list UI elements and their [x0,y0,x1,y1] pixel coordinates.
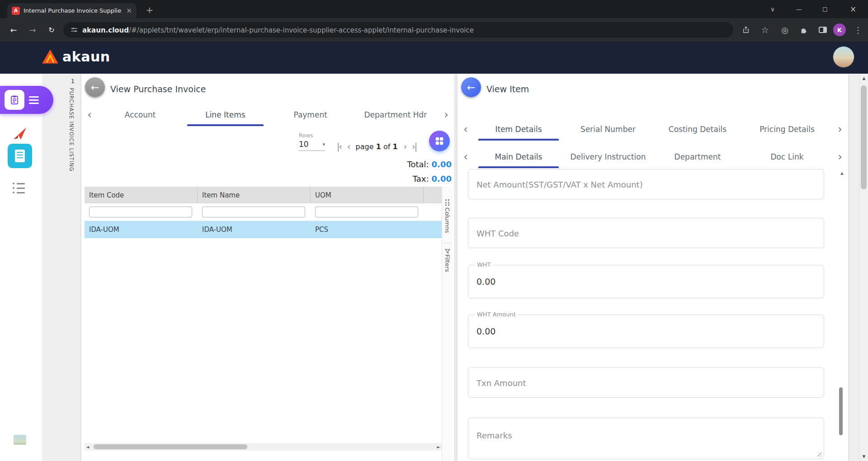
bookmark-star-icon[interactable]: ☆ [759,24,771,36]
browser-tab-strip: A Internal Purchase Invoice Supplie ✕ + … [0,0,868,18]
table-header-row: Item Code Item Name UOM [85,187,442,203]
extension-target-icon[interactable]: ◎ [778,24,791,36]
window-minimize-icon[interactable]: — [788,0,809,18]
cell-item-name: IDA-UOM [202,226,232,234]
item-tabs1-scroll-left-icon[interactable]: ‹ [458,118,474,141]
column-header-item-code[interactable]: Item Code [85,187,198,203]
page-scrollbar[interactable]: ▲ ▼ [859,74,868,461]
tab-department-hdr[interactable]: Department Hdr [353,103,438,126]
tab-department[interactable]: Department [653,146,742,168]
listing-vertical-label[interactable]: PURCHASE INVOICE LISTING [68,88,75,172]
net-amount-field[interactable]: Net Amount(SST/GST/VAT x Net Amount) [468,169,824,199]
of-word: of [383,142,390,151]
wht-value: 0.00 [476,277,495,287]
reload-icon[interactable]: ↻ [45,24,58,36]
forward-nav-icon[interactable]: → [26,24,39,36]
app-logo-text: akaun [62,49,110,65]
listing-menu-icon[interactable] [13,183,25,193]
browser-toolbar: ← → ↻ akaun.cloud/#/applets/tnt/wavelet/… [0,18,868,42]
page-indicator: page 1 of 1 [356,142,398,151]
tab-account[interactable]: Account [98,103,183,126]
side-panel-icon[interactable] [816,24,829,36]
wht-amount-field[interactable]: WHT Amount 0.00 [468,315,824,348]
txn-amount-label: Txn Amount [476,378,526,387]
extensions-puzzle-icon[interactable] [797,24,810,36]
textarea-resize-handle-icon[interactable] [816,451,821,456]
red-applet-icon[interactable] [12,126,28,143]
app-logo[interactable]: akaun [42,48,110,65]
tab-line-items[interactable]: Line Items [183,103,268,126]
remarks-label: Remarks [476,431,512,440]
scroll-right-arrow-icon[interactable]: ► [435,443,442,451]
page-scroll-down-icon[interactable]: ▼ [859,453,868,460]
item-tabs1-scroll-right-icon[interactable]: › [832,118,848,141]
tab-serial-number[interactable]: Serial Number [563,118,653,141]
item-tabs2-scroll-left-icon[interactable]: ‹ [458,146,474,168]
browser-profile-avatar[interactable]: K [833,24,846,36]
tab-delivery-instruction[interactable]: Delivery Instruction [563,146,653,168]
item-back-button[interactable]: ← [461,77,481,97]
columns-tool-button[interactable]: Columns [444,207,451,233]
page-scroll-up-icon[interactable]: ▲ [859,75,868,82]
window-maximize-icon[interactable]: □ [815,0,835,18]
pagination: |‹ ‹ page 1 of 1 › ›| [337,141,416,151]
bottom-image-thumbnail[interactable] [14,435,26,445]
last-page-icon[interactable]: ›| [412,141,416,151]
invoice-tabs-scroll-right-icon[interactable]: › [438,103,454,126]
invoice-back-button[interactable]: ← [85,77,105,97]
page-scroll-thumb[interactable] [861,85,867,189]
wht-code-label: WHT Code [476,228,519,238]
site-favicon: A [12,7,20,15]
view-purchase-invoice-panel: ← View Purchase Invoice ‹ Account Line I… [81,74,454,461]
tab-close-icon[interactable]: ✕ [126,7,132,15]
share-icon[interactable] [740,24,752,36]
browser-menu-kebab-icon[interactable]: ⋮ [852,24,864,36]
address-bar[interactable]: akaun.cloud/#/applets/tnt/wavelet/erp/in… [63,22,733,38]
invoice-tabs-scroll-left-icon[interactable]: ‹ [81,103,98,126]
item-tabs2-scroll-right-icon[interactable]: › [832,146,848,168]
window-close-icon[interactable]: × [843,0,863,18]
rows-per-page-select[interactable]: 10 ▾ [299,140,325,151]
table-row-selected[interactable]: IDA-UOM IDA-UOM PCS [85,221,442,238]
new-tab-button[interactable]: + [144,4,156,16]
page-word: page [356,142,374,151]
filter-input-item-name[interactable] [202,207,305,217]
txn-amount-field[interactable]: Txn Amount [468,367,824,398]
filter-input-item-code[interactable] [89,207,192,217]
remarks-field[interactable]: Remarks [468,418,824,459]
purchase-invoice-applet-icon [5,90,24,110]
filter-input-uom[interactable] [315,207,418,217]
site-info-icon[interactable] [71,26,78,33]
back-nav-icon[interactable]: ← [7,24,20,36]
receipt-glyph [15,150,25,162]
browser-tab[interactable]: A Internal Purchase Invoice Supplie ✕ [7,3,137,18]
tab-line-items-label: Line Items [205,110,245,119]
tab-costing-details[interactable]: Costing Details [653,118,742,141]
wht-code-field[interactable]: WHT Code [468,218,824,248]
filters-tool-button[interactable]: Filters [444,254,451,272]
tab-item-details-label: Item Details [495,125,542,134]
line-items-table: Item Code Item Name UOM IDA-UOM IDA-UOM … [85,187,442,238]
user-avatar[interactable] [833,47,854,67]
form-scroll-thumb[interactable] [839,387,843,435]
tab-main-details[interactable]: Main Details [474,146,563,168]
tab-payment[interactable]: Payment [268,103,353,126]
column-header-uom[interactable]: UOM [311,187,424,203]
previous-page-icon[interactable]: ‹ [347,141,350,151]
app-header: akaun [0,42,868,74]
tab-pricing-details[interactable]: Pricing Details [742,118,832,141]
table-horizontal-scrollbar[interactable]: ◄ ► [85,443,442,451]
active-applet-pill[interactable] [0,86,53,114]
horizontal-scroll-thumb[interactable] [94,444,247,449]
tab-item-details[interactable]: Item Details [474,118,563,141]
grid-view-fab[interactable] [429,131,450,151]
tab-search-icon[interactable]: ∨ [762,0,783,18]
wht-field[interactable]: WHT 0.00 [468,265,824,298]
column-header-item-name[interactable]: Item Name [198,187,311,203]
first-page-icon[interactable]: |‹ [337,141,341,151]
next-page-icon[interactable]: › [404,141,406,151]
tab-doc-link[interactable]: Doc Link [742,146,832,168]
invoice-applet-icon[interactable] [8,144,32,168]
scroll-left-arrow-icon[interactable]: ◄ [85,443,91,451]
form-scroll-up-icon[interactable]: ▲ [840,171,844,175]
